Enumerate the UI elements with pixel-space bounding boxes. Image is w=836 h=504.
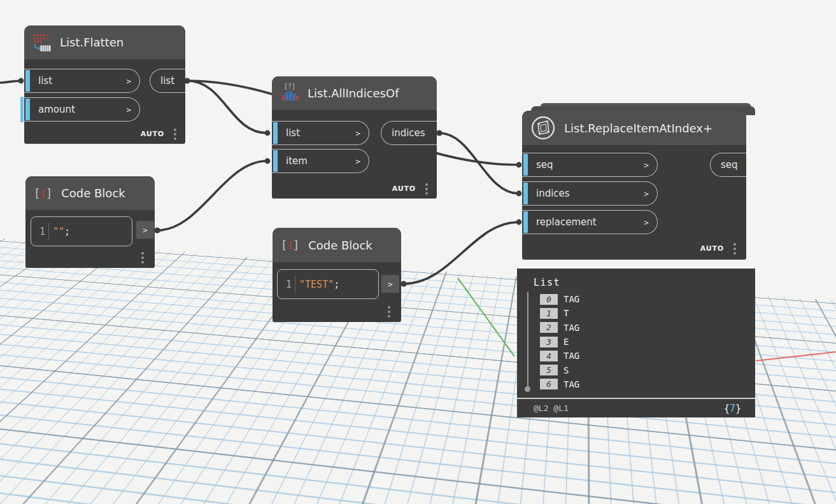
port-label: item [286,155,308,167]
svg-text:n: n [46,33,50,39]
item-index: 1 [540,308,558,319]
dynamo-canvas[interactable]: n List.Flatten list > amount > list AUTO [0,0,836,504]
kebab-menu-icon[interactable] [733,248,736,250]
default-value-accent [20,97,24,122]
chevron-right-icon: > [644,160,649,170]
node-title: List.Flatten [60,36,124,49]
item-value: TAG [563,351,579,361]
chevron-right-icon: > [126,76,131,86]
port-in-list[interactable]: list > [24,69,140,93]
chevron-right-icon: > [143,225,148,235]
kebab-menu-icon[interactable] [141,256,144,259]
port-in-replacement[interactable]: replacement > [522,210,658,234]
port-accent [523,211,528,233]
code-editor[interactable]: 1 "" ; [31,216,132,246]
port-out-indices[interactable]: indices [381,121,437,145]
code-terminator: ; [334,279,339,290]
code-string: "TEST" [299,279,334,290]
port-label: list [38,75,52,87]
item-value: TAG [563,294,579,304]
kebab-menu-icon[interactable] [174,133,176,136]
list-item: 0TAG [540,292,579,306]
list-item: 4TAG [540,349,579,363]
item-count-badge: {7} [724,403,741,414]
list-flatten-icon: n [32,33,52,52]
port-in-indices[interactable]: indices > [522,181,658,206]
code-terminator: ; [64,226,70,237]
code-string: "" [53,226,64,237]
line-number: 1 [39,226,45,237]
item-index: 0 [540,294,558,305]
item-value: TAG [563,379,579,389]
node-list-replaceitematindex[interactable]: List.ReplaceItemAtIndex+ seq > indices >… [522,111,746,260]
list-tree-line [527,292,528,388]
wire-codeblock2-to-replacement[interactable] [404,222,518,284]
port-label: indices [392,127,425,139]
code-block-header[interactable]: [I] Code Block [273,228,401,262]
code-editor[interactable]: 1 "TEST" ; [277,269,379,299]
node-replace-header[interactable]: List.ReplaceItemAtIndex+ [522,111,746,145]
port-label: indices [536,188,570,199]
code-block-header[interactable]: [I] Code Block [25,176,155,210]
list-item: 6TAG [540,377,579,391]
kebab-menu-icon[interactable] [425,188,428,190]
kebab-menu-icon[interactable] [388,311,390,313]
levels-tags: @L2 @L1 [534,403,569,413]
item-index: 3 [540,337,558,347]
line-number: 1 [286,279,292,290]
port-out-list[interactable]: list [150,69,185,93]
port-accent [273,122,278,144]
lacing-indicator[interactable]: AUTO [392,185,416,193]
chevron-right-icon: > [355,129,360,138]
node-title: Code Block [61,186,125,200]
gutter-divider [295,276,295,293]
port-out-seq[interactable]: seq [710,153,746,177]
node-preview-bubble[interactable]: List 0TAG 1T 2TAG 3E 4TAG 5S 6TAG @L2 @L… [517,269,755,417]
gutter-divider [48,223,49,240]
port-label: seq [721,159,738,171]
node-list-flatten[interactable]: n List.Flatten list > amount > list AUTO [24,25,185,144]
lacing-indicator[interactable]: AUTO [700,244,724,253]
node-list-allindicesof[interactable]: [?] List.AllIndicesOf list > item > indi [272,76,437,199]
chevron-right-icon: > [126,105,131,115]
port-accent [523,154,528,176]
item-index: 5 [540,365,558,375]
item-value: E [563,337,569,347]
item-value: S [563,365,569,375]
node-title: Code Block [308,239,372,252]
node-allindicesof-header[interactable]: [?] List.AllIndicesOf [272,76,437,110]
item-index: 6 [540,379,558,389]
port-accent [25,70,30,92]
list-item: 5S [540,363,579,377]
wire-codeblock1-to-item[interactable] [157,161,267,230]
port-label: replacement [536,216,597,228]
lacing-indicator[interactable]: AUTO [141,130,164,138]
preview-list-header: List [534,277,560,288]
node-list-flatten-header[interactable]: n List.Flatten [24,25,185,59]
list-item: 1T [540,306,579,320]
item-index: 2 [540,322,558,333]
port-out-code[interactable]: > [136,221,154,239]
chevron-right-icon: > [388,279,393,289]
port-in-item[interactable]: item > [272,149,369,173]
list-tree-dot [525,386,530,392]
port-in-list[interactable]: list > [272,121,369,145]
node-code-block-test[interactable]: [I] Code Block 1 "TEST" ; > [273,228,401,322]
item-value: TAG [563,323,579,333]
port-in-seq[interactable]: seq > [522,153,658,177]
code-block-icon: [I] [34,187,53,200]
all-indices-icon: [?] [280,83,299,104]
port-in-amount[interactable]: amount > [24,97,140,122]
wire-into-flatten-list[interactable] [0,81,20,83]
node-code-block-empty[interactable]: [I] Code Block 1 "" ; > [25,176,155,268]
chevron-right-icon: > [355,157,360,166]
preview-footer: @L2 @L1 {7} [517,398,755,417]
axis-y-green [458,278,514,356]
port-out-code[interactable]: > [381,275,399,293]
port-label: amount [38,104,75,115]
port-accent [523,183,528,204]
node-title: List.AllIndicesOf [308,87,399,100]
chevron-right-icon: > [644,218,649,227]
port-label: list [160,75,174,87]
wire-indices-to-replace-indices[interactable] [439,133,518,193]
